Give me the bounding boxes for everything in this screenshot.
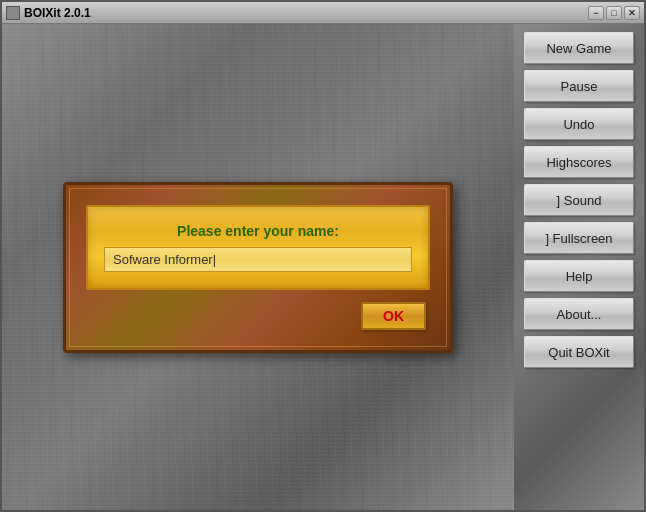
title-label: BOIXit 2.0.1 [24, 6, 91, 20]
minimize-button[interactable]: − [588, 6, 604, 20]
close-button[interactable]: ✕ [624, 6, 640, 20]
sound-button[interactable]: ] Sound [524, 184, 634, 216]
pause-button[interactable]: Pause [524, 70, 634, 102]
dialog-content: Please enter your name: [86, 205, 430, 290]
undo-button[interactable]: Undo [524, 108, 634, 140]
enter-name-dialog: Please enter your name: OK [63, 182, 453, 353]
name-input[interactable] [113, 252, 403, 267]
title-text: BOIXit 2.0.1 [6, 6, 91, 20]
dialog-prompt: Please enter your name: [104, 223, 412, 239]
dialog-footer: OK [86, 302, 430, 330]
dialog-input-container[interactable] [104, 247, 412, 272]
app-icon [6, 6, 20, 20]
title-bar: BOIXit 2.0.1 − □ ✕ [2, 2, 644, 24]
fullscreen-button[interactable]: ] Fullscreen [524, 222, 634, 254]
ok-button[interactable]: OK [361, 302, 426, 330]
new-game-button[interactable]: New Game [524, 32, 634, 64]
maximize-button[interactable]: □ [606, 6, 622, 20]
dialog-overlay: Please enter your name: OK [2, 24, 514, 510]
about-button[interactable]: About... [524, 298, 634, 330]
right-sidebar: New GamePauseUndoHighscores] Sound] Full… [514, 24, 644, 510]
app-window: BOIXit 2.0.1 − □ ✕ Please enter your nam… [0, 0, 646, 512]
highscores-button[interactable]: Highscores [524, 146, 634, 178]
game-area: Please enter your name: OK [2, 24, 514, 510]
quit-button[interactable]: Quit BOXit [524, 336, 634, 368]
window-controls: − □ ✕ [588, 6, 640, 20]
main-content: Please enter your name: OK New GamePause… [2, 24, 644, 510]
help-button[interactable]: Help [524, 260, 634, 292]
